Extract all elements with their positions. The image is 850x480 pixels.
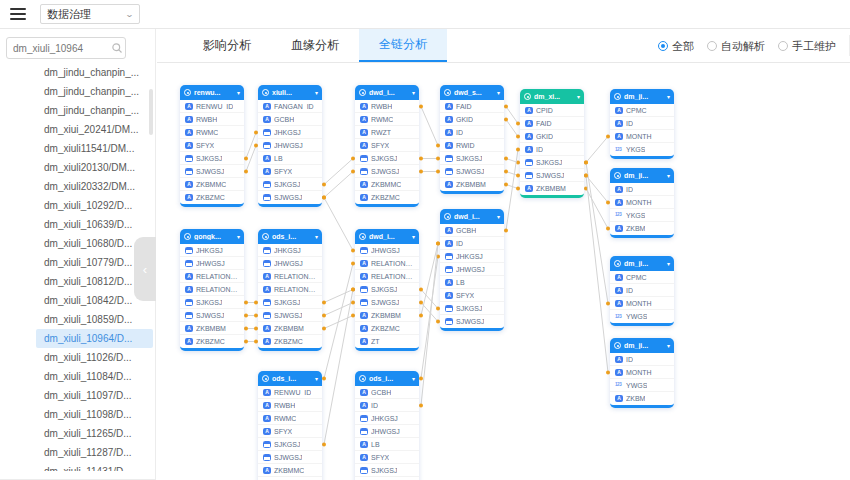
collapse-caret-icon[interactable]: ▾: [497, 213, 500, 220]
table-node-header[interactable]: ods_i...▾: [258, 371, 322, 386]
table-node-ods_i[interactable]: ods_i...▾JHKGSJJHWGSJRELATION_I...RELATI…: [258, 229, 322, 351]
sidebar-table-item[interactable]: dm_xiuli_11098/D...: [36, 405, 153, 424]
field-row[interactable]: SFYX: [355, 139, 419, 152]
field-row[interactable]: MONTH: [610, 366, 674, 379]
field-row[interactable]: SFYX: [180, 139, 244, 152]
collapse-caret-icon[interactable]: ▾: [667, 93, 670, 100]
field-row[interactable]: SJKGSJ: [355, 283, 419, 296]
sidebar-table-item[interactable]: dm_xiuli_11084/D...: [36, 367, 153, 386]
field-row[interactable]: JHWGSJ: [440, 263, 504, 276]
table-node-header[interactable]: ods_i...▾: [258, 229, 322, 244]
tab-lineage-analysis[interactable]: 血缘分析: [271, 29, 359, 62]
sidebar-table-item[interactable]: dm_xiuli_10292/D...: [36, 196, 153, 215]
field-row[interactable]: RELATION_L...: [355, 270, 419, 283]
field-row[interactable]: RELATION_I...: [258, 270, 322, 283]
field-row[interactable]: ID: [520, 143, 584, 156]
field-row[interactable]: SJWGSJ: [355, 165, 419, 178]
sidebar-table-item[interactable]: dm_xiuli_11265/D...: [36, 424, 153, 443]
table-node-ods_i[interactable]: ods_i...▾RENWU_IDRWBHRWMCSFYXSJKGSJSJWGS…: [258, 371, 322, 480]
field-row[interactable]: SJWGSJ: [180, 309, 244, 322]
collapse-caret-icon[interactable]: ▾: [315, 233, 318, 240]
table-node-dm_xi[interactable]: dm_xi...▾CPIDFAIDGKIDIDSJKGSJSJWGSJZKBMB…: [520, 89, 584, 198]
sidebar-table-item[interactable]: dm_xiuli_11431/D...: [36, 462, 153, 471]
field-row[interactable]: ID: [610, 117, 674, 130]
radio-auto-parse[interactable]: 自动解析: [707, 39, 765, 54]
tab-impact-analysis[interactable]: 影响分析: [183, 29, 271, 62]
search-input[interactable]: [6, 37, 126, 59]
sidebar-table-item[interactable]: dm_xiuli_11097/D...: [36, 386, 153, 405]
field-row[interactable]: SJKGSJ: [520, 156, 584, 169]
field-row[interactable]: JHKGSJ: [440, 250, 504, 263]
table-node-ods_i[interactable]: ods_i...▾GCBHIDJHKGSJJHWGSJLBSFYXSJKGSJS…: [355, 371, 419, 480]
field-row[interactable]: ZKBMMC: [258, 464, 322, 477]
radio-all[interactable]: 全部: [658, 39, 694, 54]
collapse-caret-icon[interactable]: ▾: [577, 93, 580, 100]
table-node-dwd_i[interactable]: dwd_i...▾GCBHIDJHKGSJJHWGSJLBSFYXSJKGSJS…: [440, 209, 504, 331]
field-row[interactable]: RWID: [440, 139, 504, 152]
field-row[interactable]: LB: [258, 152, 322, 165]
field-row[interactable]: MONTH: [610, 130, 674, 143]
sidebar-table-item[interactable]: dm_xiuli_11026/D...: [36, 348, 153, 367]
collapse-caret-icon[interactable]: ▾: [412, 233, 415, 240]
field-row[interactable]: MONTH: [610, 196, 674, 209]
field-row[interactable]: ZKBZMC: [180, 335, 244, 348]
field-row[interactable]: SJWGSJ: [258, 451, 322, 464]
field-row[interactable]: SJWGSJ: [258, 309, 322, 322]
field-row[interactable]: ID: [355, 399, 419, 412]
field-row[interactable]: RELATION_L...: [355, 257, 419, 270]
table-node-header[interactable]: gongk...▾: [180, 229, 244, 244]
collapse-caret-icon[interactable]: ▾: [412, 89, 415, 96]
scrollbar-thumb[interactable]: [149, 89, 153, 135]
field-row[interactable]: SFYX: [258, 425, 322, 438]
collapse-caret-icon[interactable]: ▾: [412, 375, 415, 382]
sidebar-table-item[interactable]: dm_xiuli20130/DM...: [36, 158, 153, 177]
field-row[interactable]: ID: [440, 126, 504, 139]
field-row[interactable]: JHKGSJ: [258, 126, 322, 139]
field-row[interactable]: SJKGSJ: [258, 178, 322, 191]
lineage-canvas[interactable]: renwu...▾RENWU_IDRWBHRWMCSFYXSJKGSJSJWGS…: [157, 63, 850, 480]
field-row[interactable]: JHKGSJ: [258, 244, 322, 257]
sidebar-table-item[interactable]: dm_xiuli_11287/D...: [36, 443, 153, 462]
collapse-caret-icon[interactable]: ▾: [315, 89, 318, 96]
field-row[interactable]: SJKGSJ: [258, 296, 322, 309]
collapse-caret-icon[interactable]: ▾: [667, 172, 670, 179]
field-row[interactable]: ID: [610, 183, 674, 196]
table-node-xiuli[interactable]: xiuli...▾FANGAN_IDGCBHJHKGSJJHWGSJLBSFYX…: [258, 85, 322, 207]
table-node-dwd_i[interactable]: dwd_i...▾JHWGSJRELATION_L...RELATION_L..…: [355, 229, 419, 351]
field-row[interactable]: CPMC: [610, 271, 674, 284]
sidebar-table-item[interactable]: dm_xiui_20241/DM...: [36, 120, 153, 139]
field-row[interactable]: ID: [610, 353, 674, 366]
field-row[interactable]: JHWGSJ: [355, 425, 419, 438]
field-row[interactable]: ZKBMBM: [440, 178, 504, 191]
field-row[interactable]: ZKBMBM: [258, 322, 322, 335]
field-row[interactable]: SJWGSJ: [355, 296, 419, 309]
field-row[interactable]: CPID: [520, 104, 584, 117]
field-row[interactable]: FAID: [440, 100, 504, 113]
sidebar-table-item[interactable]: dm_jindu_chanpin_...: [36, 63, 153, 82]
field-row[interactable]: RWBH: [355, 100, 419, 113]
field-row[interactable]: SJWGSJ: [440, 315, 504, 328]
table-node-header[interactable]: dm_ji...▾: [610, 256, 674, 271]
sidebar-table-item[interactable]: dm_xiuli11541/DM...: [36, 139, 153, 158]
field-row[interactable]: ID: [440, 237, 504, 250]
field-row[interactable]: RENWU_ID: [180, 100, 244, 113]
field-row[interactable]: FAID: [520, 117, 584, 130]
collapse-caret-icon[interactable]: ▾: [667, 260, 670, 267]
field-row[interactable]: LB: [440, 276, 504, 289]
field-row[interactable]: JHWGSJ: [258, 139, 322, 152]
radio-manual-maintain[interactable]: 手工维护: [778, 39, 836, 54]
field-row[interactable]: SJWGSJ: [440, 165, 504, 178]
field-row[interactable]: GCBH: [440, 224, 504, 237]
table-node-renwu[interactable]: renwu...▾RENWU_IDRWBHRWMCSFYXSJKGSJSJWGS…: [180, 85, 244, 207]
field-row[interactable]: GCBH: [258, 113, 322, 126]
table-node-header[interactable]: dwd_i...▾: [355, 85, 419, 100]
field-row[interactable]: RWMC: [180, 126, 244, 139]
field-row[interactable]: SJWGSJ: [520, 169, 584, 182]
module-select[interactable]: 数据治理 ⌄: [40, 4, 140, 24]
field-row[interactable]: RENWU_ID: [258, 386, 322, 399]
field-row[interactable]: CPMC: [610, 104, 674, 117]
field-row[interactable]: ZT: [355, 335, 419, 348]
field-row[interactable]: SFYX: [258, 165, 322, 178]
field-row[interactable]: SJWGSJ: [258, 191, 322, 204]
sidebar-table-item[interactable]: dm_jindu_chanpin_...: [36, 101, 153, 120]
